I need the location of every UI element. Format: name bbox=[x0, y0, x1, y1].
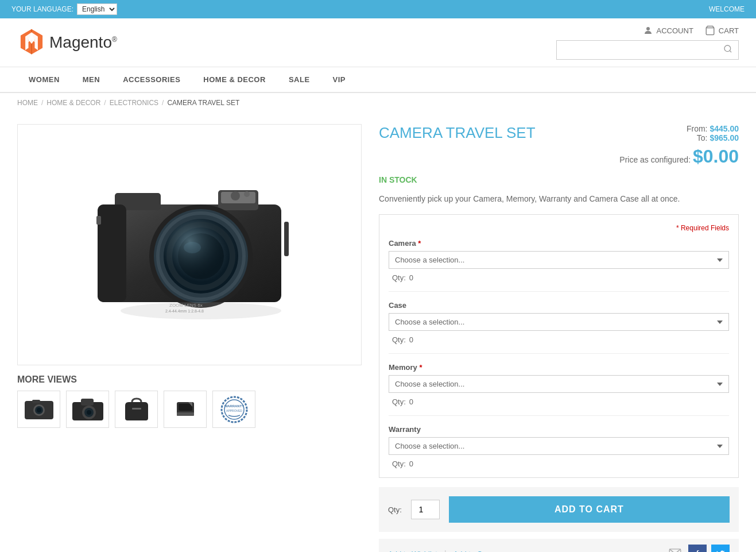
price-to-value: $965.00 bbox=[710, 133, 739, 142]
option-camera-label: Camera * bbox=[389, 239, 729, 248]
main-nav: WOMEN MEN ACCESSORIES HOME & DECOR SALE … bbox=[0, 67, 756, 93]
add-to-compare-link[interactable]: Add to Compare bbox=[453, 550, 508, 552]
svg-point-20 bbox=[231, 191, 240, 200]
breadcrumb-home[interactable]: HOME bbox=[17, 99, 38, 107]
top-bar: YOUR LANGUAGE: English WELCOME bbox=[0, 0, 756, 18]
header: Magento® ACCOUNT CART bbox=[0, 18, 756, 67]
thumb-2-icon bbox=[71, 395, 105, 424]
qty-input[interactable] bbox=[411, 500, 440, 519]
facebook-share-button[interactable]: f bbox=[688, 545, 707, 552]
price-range-to: To: $965.00 bbox=[619, 133, 739, 142]
svg-point-0 bbox=[646, 27, 650, 30]
cart-link[interactable]: CART bbox=[705, 25, 739, 36]
option-camera-qty: Qty:0 bbox=[389, 273, 729, 282]
option-warranty-label: Warranty bbox=[389, 425, 729, 434]
add-to-cart-button[interactable]: ADD TO CART bbox=[449, 496, 730, 523]
svg-rect-23 bbox=[96, 216, 101, 225]
thumbnail-4[interactable] bbox=[164, 391, 207, 428]
required-note: * Required Fields bbox=[389, 224, 729, 232]
nav-item-sale[interactable]: SALE bbox=[277, 67, 321, 93]
breadcrumb-home-decor[interactable]: HOME & DECOR bbox=[46, 99, 100, 107]
nav-item-accessories[interactable]: ACCESSORIES bbox=[111, 67, 192, 93]
option-camera: Camera * Choose a selection... Qty:0 bbox=[389, 239, 729, 292]
nav-item-vip[interactable]: VIP bbox=[321, 67, 357, 93]
svg-line-3 bbox=[730, 51, 731, 52]
thumbnail-3[interactable] bbox=[115, 391, 158, 428]
svg-rect-22 bbox=[284, 222, 289, 256]
magento-logo-icon bbox=[17, 28, 46, 57]
social-divider: | bbox=[444, 549, 447, 552]
thumbnail-1[interactable] bbox=[17, 391, 60, 428]
option-case-select[interactable]: Choose a selection... bbox=[389, 313, 729, 331]
search-button[interactable] bbox=[718, 41, 738, 59]
social-section: Add to Wishlist | Add to Compare f bbox=[379, 539, 739, 552]
nav-item-women[interactable]: WOMEN bbox=[17, 67, 71, 93]
language-select[interactable]: English bbox=[77, 3, 117, 15]
nav-item-men[interactable]: MEN bbox=[71, 67, 111, 93]
stock-status: IN STOCK bbox=[379, 175, 739, 184]
nav-item-home-decor[interactable]: HOME & DECOR bbox=[192, 67, 277, 93]
option-memory-select[interactable]: Choose a selection... bbox=[389, 375, 729, 393]
twitter-icon bbox=[716, 550, 725, 552]
product-description: Conveniently pick up your Camera, Memory… bbox=[379, 192, 739, 205]
option-warranty-qty: Qty:0 bbox=[389, 460, 729, 468]
price-to-label: To: bbox=[697, 133, 708, 142]
search-icon bbox=[723, 44, 732, 53]
breadcrumb-current: CAMERA TRAVEL SET bbox=[167, 99, 239, 107]
language-label: YOUR LANGUAGE: bbox=[11, 5, 73, 13]
option-memory-label: Memory * bbox=[389, 363, 729, 372]
more-views-title: MORE VIEWS bbox=[17, 375, 362, 385]
product-main-image: ZOOM LENS 6x 2.4-44.4mm 1:2.8-4.8 bbox=[17, 124, 362, 365]
price-section: From: $445.00 To: $965.00 Price as confi… bbox=[619, 124, 739, 167]
thumb-4-icon bbox=[168, 395, 203, 424]
price-range-from: From: $445.00 bbox=[619, 124, 739, 133]
search-input[interactable] bbox=[557, 42, 718, 58]
product-info: CAMERA TRAVEL SET From: $445.00 To: $965… bbox=[379, 124, 739, 552]
price-from-value: $445.00 bbox=[710, 124, 739, 133]
thumb-5-icon: WARRANTY APPROVED bbox=[217, 393, 251, 425]
welcome-text: WELCOME bbox=[709, 5, 745, 13]
logo[interactable]: Magento® bbox=[17, 28, 117, 57]
email-icon bbox=[669, 549, 681, 552]
svg-text:WARRANTY: WARRANTY bbox=[224, 404, 244, 408]
thumb-3-icon bbox=[119, 395, 154, 424]
svg-rect-29 bbox=[32, 400, 40, 403]
add-to-cart-section: Qty: ADD TO CART bbox=[379, 487, 739, 532]
breadcrumb: HOME / HOME & DECOR / ELECTRONICS / CAME… bbox=[0, 93, 756, 113]
option-case-label: Case bbox=[389, 301, 729, 310]
twitter-share-button[interactable] bbox=[711, 545, 730, 552]
facebook-icon: f bbox=[696, 549, 699, 552]
logo-text: Magento® bbox=[49, 33, 117, 52]
option-camera-select[interactable]: Choose a selection... bbox=[389, 251, 729, 269]
option-case-qty: Qty:0 bbox=[389, 335, 729, 344]
price-configured-label: Price as configured: bbox=[619, 155, 691, 164]
svg-rect-31 bbox=[81, 399, 94, 406]
option-case: Case Choose a selection... Qty:0 bbox=[389, 301, 729, 354]
memory-qty-value: 0 bbox=[409, 397, 413, 406]
svg-point-16 bbox=[164, 219, 238, 294]
product-title: CAMERA TRAVEL SET bbox=[379, 124, 536, 142]
svg-point-24 bbox=[121, 302, 281, 319]
svg-point-2 bbox=[724, 45, 731, 52]
case-qty-value: 0 bbox=[409, 335, 413, 344]
thumbnails: WARRANTY APPROVED bbox=[17, 391, 362, 428]
email-share-button[interactable] bbox=[666, 545, 684, 552]
language-section: YOUR LANGUAGE: English bbox=[11, 3, 117, 15]
svg-point-17 bbox=[184, 242, 201, 253]
thumbnail-5[interactable]: WARRANTY APPROVED bbox=[212, 391, 255, 428]
required-star-camera: * bbox=[418, 239, 421, 248]
required-star-memory: * bbox=[419, 363, 422, 372]
account-link[interactable]: ACCOUNT bbox=[643, 25, 693, 36]
option-memory-qty: Qty:0 bbox=[389, 397, 729, 406]
svg-rect-8 bbox=[98, 204, 126, 302]
add-to-wishlist-link[interactable]: Add to Wishlist bbox=[388, 550, 437, 552]
option-warranty-select[interactable]: Choose a selection... bbox=[389, 437, 729, 455]
account-icon bbox=[643, 25, 653, 36]
price-configured-value: $0.00 bbox=[693, 146, 739, 167]
breadcrumb-electronics[interactable]: ELECTRONICS bbox=[110, 99, 158, 107]
option-memory: Memory * Choose a selection... Qty:0 bbox=[389, 363, 729, 416]
camera-image: ZOOM LENS 6x 2.4-44.4mm 1:2.8-4.8 bbox=[80, 159, 298, 331]
price-configured-section: Price as configured: $0.00 bbox=[619, 146, 739, 167]
thumbnail-2[interactable] bbox=[66, 391, 109, 428]
header-actions: ACCOUNT CART bbox=[643, 25, 739, 36]
